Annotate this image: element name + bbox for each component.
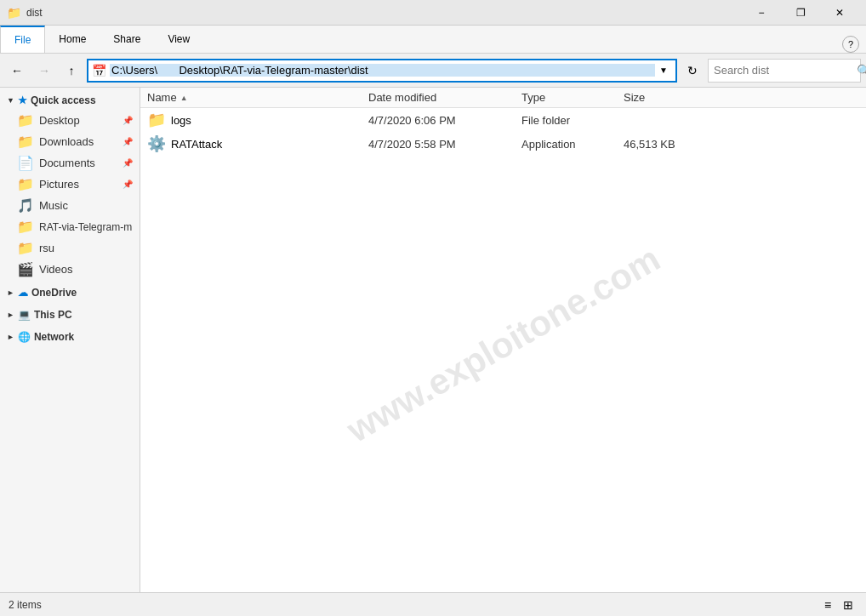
table-row[interactable]: 📁 logs 4/7/2020 6:06 PM File folder [140, 108, 866, 132]
title-bar: 📁 dist − ❐ ✕ [0, 0, 866, 26]
help-button[interactable]: ? [842, 36, 859, 53]
search-box: 🔍 [708, 59, 861, 83]
tab-view[interactable]: View [154, 26, 203, 53]
nav-bar: ← → ↑ 📅 ▼ ↻ 🔍 [0, 54, 866, 88]
column-headers: Name ▲ Date modified Type Size [140, 88, 866, 108]
pictures-folder-icon: 📁 [17, 176, 34, 192]
network-icon: 🌐 [18, 331, 31, 343]
tab-share[interactable]: Share [100, 26, 154, 53]
view-buttons: ≡ ⊞ [818, 596, 857, 614]
sidebar-item-rsu-label: rsu [39, 242, 54, 254]
list-view-button[interactable]: ≡ [818, 596, 837, 614]
documents-folder-icon: 📄 [17, 155, 34, 171]
sidebar-item-documents[interactable]: 📄 Documents 📌 [0, 152, 140, 174]
sidebar-item-pictures[interactable]: 📁 Pictures 📌 [0, 174, 140, 195]
col-header-name[interactable]: Name ▲ [147, 91, 368, 104]
search-icon-button[interactable]: 🔍 [857, 64, 866, 77]
sidebar-item-downloads-label: Downloads [39, 135, 94, 148]
sidebar-item-videos[interactable]: 🎬 Videos [0, 259, 140, 280]
title-bar-text: dist [26, 7, 43, 19]
desktop-folder-icon: 📁 [17, 112, 34, 128]
forward-button[interactable]: → [32, 59, 56, 83]
sidebar-section-network: ► 🌐 Network [0, 328, 140, 346]
sidebar-section-onedrive: ► ☁ OneDrive [0, 283, 140, 302]
status-bar: 2 items ≡ ⊞ [0, 592, 866, 616]
sidebar-item-music-label: Music [39, 199, 68, 212]
file-name-ratattack: ⚙️ RATAttack [147, 134, 368, 153]
sidebar: ▼ ★ Quick access 📁 Desktop 📌 📁 Downloads… [0, 88, 140, 592]
col-size-label: Size [624, 91, 645, 104]
music-icon: 🎵 [17, 197, 34, 214]
downloads-folder-icon: 📁 [17, 134, 34, 150]
maximize-button[interactable]: ❐ [781, 0, 820, 26]
sidebar-item-videos-label: Videos [39, 263, 73, 276]
col-header-size[interactable]: Size [624, 91, 709, 104]
sidebar-item-rat[interactable]: 📁 RAT-via-Telegram-m [0, 216, 140, 237]
title-bar-left: 📁 dist [7, 6, 43, 20]
rat-folder-icon: 📁 [17, 219, 34, 235]
chevron-icon: ▼ [7, 96, 14, 105]
sidebar-item-documents-label: Documents [39, 157, 95, 169]
sidebar-section-quick-access: ▼ ★ Quick access 📁 Desktop 📌 📁 Downloads… [0, 91, 140, 280]
content-area: Name ▲ Date modified Type Size 📁 logs 4/… [140, 88, 866, 592]
title-controls: − ❐ ✕ [742, 0, 859, 26]
address-input[interactable] [110, 64, 655, 77]
ratattack-type: Application [521, 138, 624, 151]
chevron-thispc-icon: ► [7, 311, 14, 319]
search-input[interactable] [714, 64, 857, 77]
tab-home[interactable]: Home [45, 26, 100, 53]
onedrive-cloud-icon: ☁ [18, 287, 28, 299]
sidebar-item-desktop[interactable]: 📁 Desktop 📌 [0, 110, 140, 131]
ribbon-help: ? [842, 36, 866, 53]
chevron-network-icon: ► [7, 333, 14, 341]
watermark: www.exploitone.com [339, 237, 666, 450]
sidebar-header-quick-access[interactable]: ▼ ★ Quick access [0, 91, 140, 110]
title-folder-icon: 📁 [7, 6, 21, 20]
chevron-onedrive-icon: ► [7, 288, 14, 297]
pin-icon-pictures: 📌 [122, 180, 133, 189]
sidebar-header-onedrive[interactable]: ► ☁ OneDrive [0, 283, 140, 302]
sidebar-item-rat-label: RAT-via-Telegram-m [39, 221, 132, 233]
tab-file[interactable]: File [0, 26, 45, 53]
logs-type: File folder [521, 114, 624, 127]
col-name-label: Name [147, 91, 177, 104]
ratattack-size: 46,513 KB [624, 138, 709, 151]
ribbon: File Home Share View ? [0, 26, 866, 54]
col-header-type[interactable]: Type [521, 91, 624, 104]
sort-arrow-icon: ▲ [180, 94, 188, 102]
refresh-button[interactable]: ↻ [681, 59, 704, 83]
quick-access-label: Quick access [31, 94, 96, 106]
up-button[interactable]: ↑ [60, 59, 83, 83]
file-name-logs: 📁 logs [147, 111, 368, 129]
thispc-icon: 💻 [18, 309, 31, 321]
logs-folder-icon: 📁 [147, 111, 166, 129]
address-bar-location-icon: 📅 [92, 64, 106, 77]
sidebar-item-downloads[interactable]: 📁 Downloads 📌 [0, 131, 140, 152]
minimize-button[interactable]: − [742, 0, 781, 26]
rsu-folder-icon: 📁 [17, 240, 34, 256]
close-button[interactable]: ✕ [820, 0, 859, 26]
col-date-label: Date modified [368, 91, 436, 104]
network-label: Network [34, 331, 74, 343]
logs-name-text: logs [171, 114, 191, 127]
sidebar-item-pictures-label: Pictures [39, 178, 79, 191]
sidebar-item-desktop-label: Desktop [39, 114, 80, 127]
pin-icon-documents: 📌 [122, 158, 133, 168]
sidebar-section-thispc: ► 💻 This PC [0, 305, 140, 324]
sidebar-item-music[interactable]: 🎵 Music [0, 195, 140, 216]
videos-icon: 🎬 [17, 261, 34, 277]
back-button[interactable]: ← [5, 59, 29, 83]
ratattack-app-icon: ⚙️ [147, 134, 166, 153]
address-dropdown-button[interactable]: ▼ [655, 60, 672, 81]
col-header-date[interactable]: Date modified [368, 91, 521, 104]
sidebar-header-network[interactable]: ► 🌐 Network [0, 328, 140, 346]
logs-date: 4/7/2020 6:06 PM [368, 114, 521, 127]
table-row[interactable]: ⚙️ RATAttack 4/7/2020 5:58 PM Applicatio… [140, 132, 866, 156]
details-view-button[interactable]: ⊞ [839, 596, 857, 614]
pin-icon-downloads: 📌 [122, 137, 133, 146]
address-bar[interactable]: 📅 ▼ [87, 59, 677, 83]
onedrive-label: OneDrive [31, 287, 77, 299]
sidebar-header-thispc[interactable]: ► 💻 This PC [0, 305, 140, 324]
main-layout: ▼ ★ Quick access 📁 Desktop 📌 📁 Downloads… [0, 88, 866, 592]
sidebar-item-rsu[interactable]: 📁 rsu [0, 237, 140, 259]
